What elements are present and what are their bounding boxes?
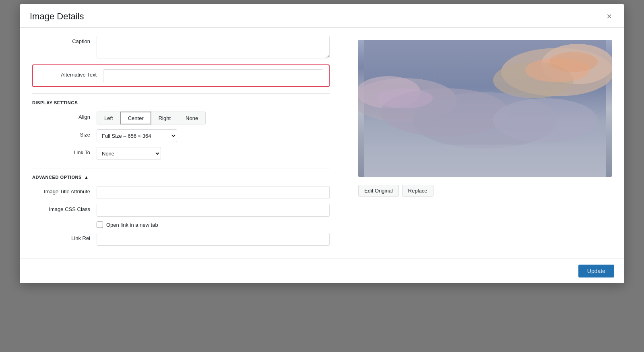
caption-control — [97, 36, 330, 60]
open-new-tab-checkbox[interactable] — [97, 222, 103, 228]
align-row: Align Left Center Right None — [32, 112, 330, 124]
update-button[interactable]: Update — [578, 265, 614, 277]
alt-text-control — [103, 69, 323, 82]
modal-body: Caption Alternative Text — [20, 28, 624, 259]
link-rel-row: Link Rel — [32, 233, 330, 246]
image-title-input[interactable] — [97, 186, 330, 199]
caption-row: Caption — [32, 36, 330, 60]
link-rel-input[interactable] — [97, 233, 330, 246]
divider-advanced — [32, 168, 330, 168]
modal-header: Image Details × — [20, 4, 624, 28]
size-select[interactable]: Full Size – 656 × 364 Large Medium Thumb… — [97, 129, 177, 142]
size-label: Size — [32, 129, 97, 138]
size-control: Full Size – 656 × 364 Large Medium Thumb… — [97, 129, 330, 142]
caption-input[interactable] — [97, 36, 330, 58]
close-button[interactable]: × — [604, 11, 614, 22]
right-panel: Edit Original Replace — [342, 28, 624, 259]
link-to-select[interactable]: None Media File Attachment Page Custom U… — [97, 147, 161, 160]
image-title-control — [97, 186, 330, 199]
image-css-label: Image CSS Class — [32, 204, 97, 212]
align-center-button[interactable]: Center — [120, 112, 151, 124]
image-css-control — [97, 204, 330, 217]
modal-footer: Update — [20, 259, 624, 283]
divider-display — [32, 93, 330, 94]
svg-point-12 — [376, 88, 433, 108]
image-preview-svg — [358, 40, 612, 177]
modal-title: Image Details — [30, 11, 84, 22]
image-title-row: Image Title Attribute — [32, 186, 330, 199]
image-actions: Edit Original Replace — [358, 185, 612, 197]
advanced-options-arrow: ▲ — [84, 175, 89, 180]
svg-rect-9 — [364, 145, 606, 177]
link-to-control: None Media File Attachment Page Custom U… — [97, 147, 330, 160]
link-to-row: Link To None Media File Attachment Page … — [32, 147, 330, 160]
link-rel-control — [97, 233, 330, 246]
image-css-input[interactable] — [97, 204, 330, 217]
align-none-button[interactable]: None — [178, 112, 206, 124]
align-left-button[interactable]: Left — [97, 112, 121, 124]
edit-original-button[interactable]: Edit Original — [358, 185, 399, 197]
image-css-row: Image CSS Class — [32, 204, 330, 217]
size-row: Size Full Size – 656 × 364 Large Medium … — [32, 129, 330, 142]
align-right-button[interactable]: Right — [151, 112, 178, 124]
svg-point-11 — [549, 52, 598, 72]
modal-overlay: Image Details × Caption Alternative Text — [0, 0, 644, 352]
caption-label: Caption — [32, 36, 97, 44]
advanced-options-label: ADVANCED OPTIONS — [32, 175, 82, 180]
open-new-tab-label: Open link in a new tab — [106, 222, 158, 228]
align-label: Align — [32, 112, 97, 120]
align-control: Left Center Right None — [97, 112, 330, 124]
replace-button[interactable]: Replace — [402, 185, 433, 197]
alt-text-label: Alternative Text — [39, 69, 103, 78]
alt-text-highlight: Alternative Text — [32, 64, 330, 87]
display-settings-heading: DISPLAY SETTINGS — [32, 100, 330, 105]
alt-text-input[interactable] — [103, 69, 323, 82]
open-new-tab-row: Open link in a new tab — [97, 222, 330, 228]
image-title-label: Image Title Attribute — [32, 186, 97, 195]
svg-point-8 — [493, 98, 598, 143]
link-to-label: Link To — [32, 147, 97, 155]
advanced-options-heading[interactable]: ADVANCED OPTIONS ▲ — [32, 175, 330, 180]
align-buttons-group: Left Center Right None — [97, 112, 330, 124]
image-preview — [358, 40, 612, 177]
image-details-modal: Image Details × Caption Alternative Text — [20, 4, 624, 283]
left-panel: Caption Alternative Text — [20, 28, 342, 259]
alt-text-row: Alternative Text — [39, 69, 323, 82]
link-rel-label: Link Rel — [32, 233, 97, 241]
